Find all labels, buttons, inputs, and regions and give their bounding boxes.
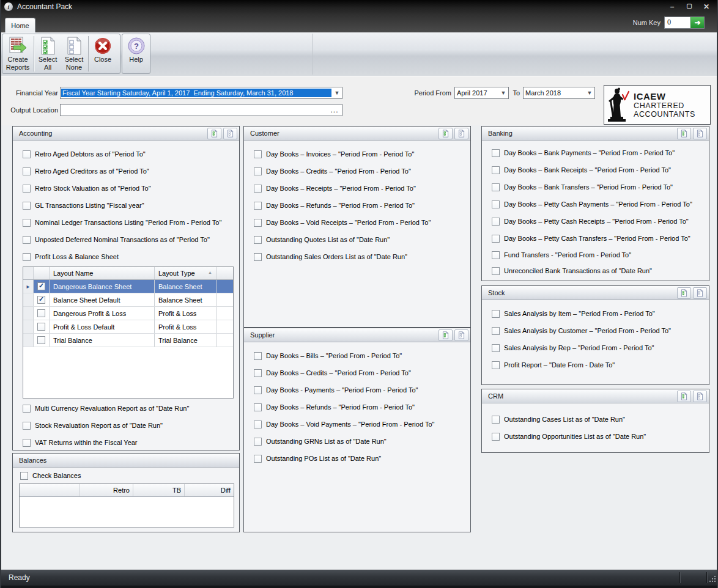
report-row[interactable]: Outstanding Opportunities List as of "Da…	[482, 428, 709, 445]
checkbox[interactable]	[492, 149, 500, 157]
chevron-down-icon[interactable]: ▼	[498, 90, 508, 96]
group-select-none-button[interactable]	[454, 128, 468, 139]
table-row[interactable]: Balance Sheet Default Balance Sheet	[23, 293, 233, 307]
help-button[interactable]: Help	[124, 34, 149, 73]
report-row[interactable]: Fund Transfers - "Period From - Period T…	[482, 247, 709, 263]
row-checkbox[interactable]	[37, 323, 45, 331]
table-row[interactable]: Trial Balance Trial Balance	[23, 334, 233, 347]
num-key-value[interactable]: 0	[665, 17, 690, 28]
row-checkbox[interactable]	[37, 282, 45, 290]
group-select-all-button[interactable]	[677, 128, 691, 139]
report-row[interactable]: Outstanding POs List as of "Date Run"	[244, 450, 470, 467]
table-row[interactable]: ▸ Dangerous Balance Sheet Balance Sheet	[23, 280, 233, 293]
checkbox[interactable]	[23, 202, 31, 210]
group-select-none-button[interactable]	[223, 128, 237, 139]
checkbox[interactable]	[254, 455, 262, 463]
report-row[interactable]: Day Books – Bank Receipts – "Period From…	[482, 161, 709, 178]
checkbox[interactable]	[23, 422, 31, 430]
checkbox[interactable]	[254, 236, 262, 244]
table-row[interactable]: Dangerous Profit & Loss Profit & Loss	[23, 307, 233, 320]
report-row[interactable]: Day Books – Petty Cash Receipts – "Perio…	[482, 213, 709, 230]
browse-button[interactable]: ...	[327, 105, 342, 116]
checkbox[interactable]	[492, 200, 500, 208]
create-reports-button[interactable]: Create Reports	[2, 34, 33, 73]
checkbox[interactable]	[492, 218, 500, 226]
checkbox[interactable]	[254, 219, 262, 227]
report-row[interactable]: Outstanding GRNs List as of "Date Run"	[244, 433, 470, 450]
report-row[interactable]: Day Books – Invoices – "Period From - Pe…	[244, 145, 470, 163]
report-row[interactable]: Day Books – Refunds – "Period From - Per…	[244, 197, 470, 214]
row-checkbox[interactable]	[37, 296, 45, 304]
checkbox[interactable]	[492, 327, 500, 335]
checkbox[interactable]	[20, 472, 28, 480]
report-row[interactable]: Retro Stock Valuation as of "Period To"	[13, 180, 239, 197]
report-row[interactable]: Unreconciled Bank Transactions as of "Da…	[482, 263, 709, 279]
resize-grip[interactable]	[708, 575, 716, 582]
report-row[interactable]: Day Books – Refunds – "Period From - Per…	[244, 399, 470, 416]
report-row[interactable]: Day Books - Payments – "Period From - Pe…	[244, 381, 470, 399]
checkbox[interactable]	[23, 167, 31, 175]
report-row[interactable]: Unposted Deferred Nominal Transactions a…	[13, 231, 239, 248]
checkbox[interactable]	[254, 438, 262, 446]
select-none-button[interactable]: Select None	[61, 34, 87, 73]
checkbox[interactable]	[254, 167, 262, 175]
report-row[interactable]: Day Books – Bank Transfers – "Period Fro…	[482, 178, 709, 196]
checkbox[interactable]	[254, 253, 262, 261]
report-row[interactable]: Retro Aged Debtors as of "Period To"	[13, 145, 239, 163]
checkbox[interactable]	[492, 235, 500, 243]
report-row[interactable]: Retro Aged Creditors as of "Period To"	[13, 163, 239, 180]
group-select-none-button[interactable]	[693, 287, 707, 299]
report-row[interactable]: Sales Analysis by Rep – "Period From - P…	[482, 339, 709, 356]
report-row[interactable]: Outstanding Cases List as of "Date Run"	[482, 411, 709, 428]
checkbox[interactable]	[254, 403, 262, 411]
report-row[interactable]: Day Books – Void Payments – "Period From…	[244, 416, 470, 433]
checkbox[interactable]	[23, 439, 31, 447]
checkbox[interactable]	[254, 386, 262, 394]
period-from-combobox[interactable]: April 2017 ▼	[454, 87, 509, 99]
minimize-icon[interactable]: –	[667, 2, 678, 11]
report-row[interactable]: Day Books – Void Receipts – "Period From…	[244, 214, 470, 231]
maximize-icon[interactable]: ▢	[684, 2, 695, 11]
group-select-all-button[interactable]	[439, 128, 453, 139]
checkbox[interactable]	[254, 185, 262, 193]
report-row[interactable]: Day Books – Petty Cash Transfers – "Peri…	[482, 230, 709, 247]
checkbox[interactable]	[492, 267, 500, 275]
column-layout-name[interactable]: Layout Name	[50, 267, 155, 279]
checkbox[interactable]	[254, 150, 262, 158]
report-row[interactable]: Outstanding Sales Orders List as of "Dat…	[244, 248, 470, 265]
report-row[interactable]: Sales Analysis by Customer – "Period Fro…	[482, 322, 709, 339]
report-row[interactable]: Day Books – Bills – "Period From - Perio…	[244, 347, 470, 364]
output-location-input[interactable]: ...	[60, 104, 342, 116]
group-select-all-button[interactable]	[677, 391, 691, 402]
checkbox[interactable]	[23, 236, 31, 244]
row-checkbox[interactable]	[37, 309, 45, 317]
report-row[interactable]: Multi Currency Revaluation Report as of …	[13, 400, 239, 417]
select-all-button[interactable]: Select All	[35, 34, 61, 73]
report-row[interactable]: Day Books – Bank Payments – "Period From…	[482, 144, 709, 161]
report-row[interactable]: Profit Loss & Balance Sheet	[13, 248, 239, 265]
close-window-icon[interactable]: ✕	[701, 2, 712, 11]
checkbox[interactable]	[254, 202, 262, 210]
group-select-all-button[interactable]	[439, 329, 453, 341]
checkbox[interactable]	[492, 183, 500, 191]
report-row[interactable]: VAT Returns within the Fiscal Year	[13, 434, 239, 451]
checkbox[interactable]	[492, 310, 500, 318]
report-row[interactable]: Day Books – Credits – "Period From - Per…	[244, 163, 470, 180]
financial-year-combobox[interactable]: Fiscal Year Starting Saturday, April 1, …	[60, 87, 342, 99]
column-layout-type[interactable]: Layout Type▲	[155, 267, 217, 279]
table-row[interactable]: Profit & Loss Default Profit & Loss	[23, 320, 233, 334]
checkbox[interactable]	[492, 361, 500, 369]
close-button[interactable]: Close	[89, 34, 116, 73]
report-row[interactable]: Profit Report – "Date From - Date To"	[482, 356, 709, 373]
checkbox[interactable]	[254, 421, 262, 428]
column-retro[interactable]: Retro	[80, 484, 133, 496]
num-key-input[interactable]: 0 ➜	[664, 17, 705, 29]
checkbox[interactable]	[492, 416, 500, 424]
report-row[interactable]: Sales Analysis by Item – "Period From - …	[482, 305, 709, 322]
report-row[interactable]: Day Books – Receipts – "Period From - Pe…	[244, 180, 470, 197]
group-select-all-button[interactable]	[207, 128, 221, 139]
report-row[interactable]: Stock Revaluation Report as of "Date Run…	[13, 417, 239, 434]
checkbox[interactable]	[23, 219, 31, 227]
period-to-combobox[interactable]: March 2018 ▼	[523, 87, 595, 99]
group-select-all-button[interactable]	[677, 287, 691, 299]
